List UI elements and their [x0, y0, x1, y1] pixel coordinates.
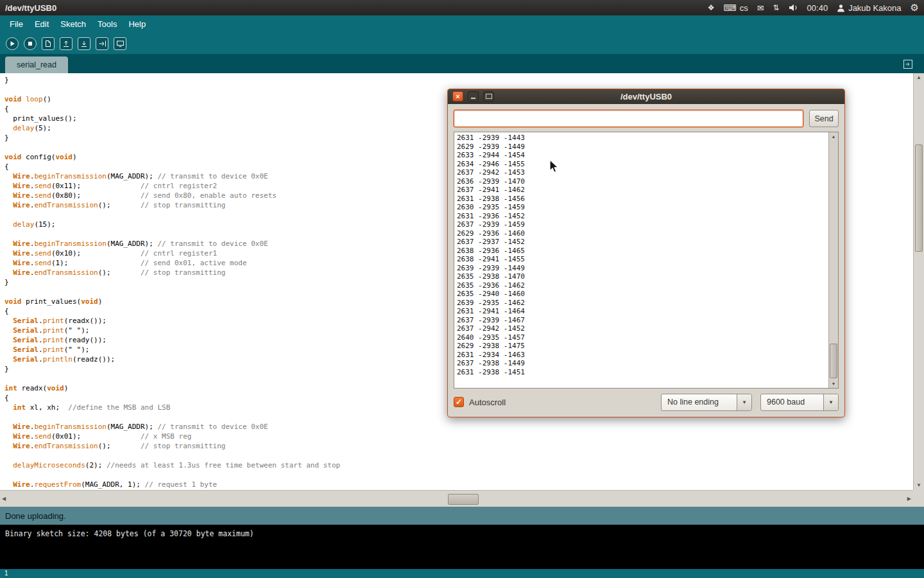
user-menu[interactable]: Jakub Kakona — [837, 3, 901, 13]
send-button[interactable]: Send — [809, 110, 839, 127]
user-menu-label: Jakub Kakona — [848, 3, 901, 13]
clock-indicator[interactable]: 00:40 — [807, 3, 828, 13]
serial-scrollbar[interactable]: ▲ ▼ — [828, 132, 838, 388]
maximize-button[interactable] — [483, 91, 494, 101]
play-icon — [9, 40, 15, 47]
serial-line: 2631 -2938 -1451 — [457, 368, 838, 377]
serial-line: 2634 -2946 -1455 — [457, 160, 838, 169]
serial-line: 2637 -2938 -1449 — [457, 359, 838, 368]
tab-menu-icon — [903, 59, 913, 69]
serial-monitor-titlebar[interactable]: × /dev/ttyUSB0 — [448, 89, 844, 104]
chevron-down-icon[interactable]: ▾ — [823, 394, 838, 410]
serial-line: 2638 -2936 -1465 — [457, 247, 838, 256]
gear-icon: ⚙ — [911, 2, 919, 13]
serial-line: 2629 -2938 -1475 — [457, 342, 838, 351]
menu-edit[interactable]: Edit — [29, 15, 55, 33]
serial-line: 2631 -2936 -1452 — [457, 212, 838, 221]
serial-line: 2637 -2942 -1453 — [457, 168, 838, 177]
scroll-down-icon[interactable]: ▼ — [829, 380, 838, 388]
serial-line: 2631 -2938 -1456 — [457, 195, 838, 204]
serial-line: 2635 -2938 -1470 — [457, 272, 838, 281]
serial-monitor-icon — [116, 40, 124, 48]
serial-line: 2640 -2935 -1457 — [457, 333, 838, 342]
menu-help[interactable]: Help — [123, 15, 151, 33]
editor-vertical-scrollbar[interactable]: ▲ ▼ — [913, 73, 924, 490]
minimize-button[interactable] — [468, 91, 479, 101]
clock-indicator-label: 00:40 — [807, 3, 828, 13]
code-line: } — [4, 75, 913, 85]
code-line — [4, 470, 913, 480]
scroll-up-icon[interactable]: ▲ — [914, 73, 924, 82]
serial-line: 2633 -2944 -1454 — [457, 151, 838, 160]
new-button[interactable] — [42, 37, 55, 50]
scroll-up-icon[interactable]: ▲ — [829, 132, 838, 141]
serial-monitor-button[interactable] — [114, 37, 126, 50]
serial-line: 2639 -2935 -1462 — [457, 299, 838, 308]
keyboard-indicator-label: cs — [740, 3, 748, 13]
keyboard-icon: ⌨ — [723, 3, 736, 13]
console-output: Binary sketch size: 4208 bytes (of a 307… — [0, 525, 924, 569]
mouse-cursor — [549, 159, 560, 174]
indicator-applet[interactable]: ❖ — [708, 3, 715, 12]
tab-serial-read[interactable]: serial_read — [5, 57, 68, 73]
line-number: 1 — [4, 570, 8, 577]
serial-line: 2629 -2936 -1460 — [457, 229, 838, 238]
mail-indicator[interactable]: ✉ — [757, 3, 764, 13]
code-line: Wire.endTransmission(); // stop transmit… — [4, 441, 913, 451]
serial-monitor-body: Send 2631 -2939 -14432629 -2939 -1449263… — [448, 104, 844, 417]
scrollbar-thumb[interactable] — [830, 344, 837, 378]
stop-icon — [27, 40, 33, 47]
serial-output-area[interactable]: 2631 -2939 -14432629 -2939 -14492633 -29… — [454, 132, 839, 389]
serial-line: 2637 -2939 -1467 — [457, 316, 838, 325]
close-button[interactable]: × — [452, 91, 463, 101]
applet-icon: ❖ — [708, 3, 715, 12]
scroll-right-icon[interactable]: ▶ — [907, 495, 911, 504]
save-icon — [80, 40, 88, 48]
keyboard-indicator[interactable]: ⌨cs — [723, 3, 748, 13]
scrollbar-thumb[interactable] — [915, 144, 923, 252]
open-button[interactable] — [60, 37, 73, 50]
session-menu[interactable]: ⚙ — [911, 2, 919, 13]
volume-icon — [789, 4, 798, 12]
menu-file[interactable]: File — [4, 15, 29, 33]
menu-bar: FileEditSketchToolsHelp — [0, 15, 924, 33]
serial-line: 2630 -2935 -1459 — [457, 203, 838, 212]
menu-tools[interactable]: Tools — [92, 15, 123, 33]
save-button[interactable] — [78, 37, 90, 50]
upload-button[interactable] — [96, 37, 108, 50]
active-window-title: /dev/ttyUSB0 — [5, 3, 56, 13]
serial-line: 2638 -2941 -1455 — [457, 255, 838, 264]
serial-input[interactable] — [454, 110, 803, 127]
autoscroll-checkbox[interactable] — [454, 397, 464, 407]
serial-line: 2631 -2939 -1443 — [457, 134, 838, 143]
toolbar — [0, 33, 924, 54]
stop-button[interactable] — [24, 37, 37, 50]
serial-monitor-controls: Autoscroll No line ending ▾ 9600 baud ▾ — [454, 393, 839, 411]
mail-icon: ✉ — [757, 3, 764, 13]
panel-indicators: ❖⌨cs✉⇅00:40Jakub Kakona⚙ — [708, 2, 919, 13]
code-line: delayMicroseconds(2); //needs at least 1… — [4, 460, 913, 470]
serial-input-row: Send — [454, 110, 839, 127]
code-line — [4, 451, 913, 460]
maximize-icon — [486, 94, 492, 99]
scroll-down-icon[interactable]: ▼ — [914, 481, 924, 490]
serial-line: 2637 -2937 -1452 — [457, 238, 838, 247]
editor-horizontal-scrollbar[interactable]: ◀ ▶ — [0, 490, 913, 507]
volume-indicator[interactable] — [789, 4, 798, 12]
baud-value: 9600 baud — [761, 394, 823, 410]
status-text: Done uploading. — [5, 511, 66, 521]
open-icon — [62, 40, 70, 48]
chevron-down-icon[interactable]: ▾ — [737, 394, 751, 410]
line-ending-value: No line ending — [662, 394, 737, 410]
tab-menu-button[interactable] — [902, 58, 914, 70]
network-indicator[interactable]: ⇅ — [773, 3, 780, 12]
verify-button[interactable] — [6, 37, 19, 50]
scrollbar-thumb[interactable] — [448, 494, 479, 505]
scroll-left-icon[interactable]: ◀ — [2, 495, 6, 504]
tab-bar: serial_read — [0, 54, 924, 73]
menu-sketch[interactable]: Sketch — [55, 15, 92, 33]
scrollbar-corner — [913, 490, 924, 507]
serial-line: 2637 -2942 -1452 — [457, 324, 838, 333]
baud-select[interactable]: 9600 baud ▾ — [760, 394, 839, 411]
line-ending-select[interactable]: No line ending ▾ — [661, 394, 752, 411]
